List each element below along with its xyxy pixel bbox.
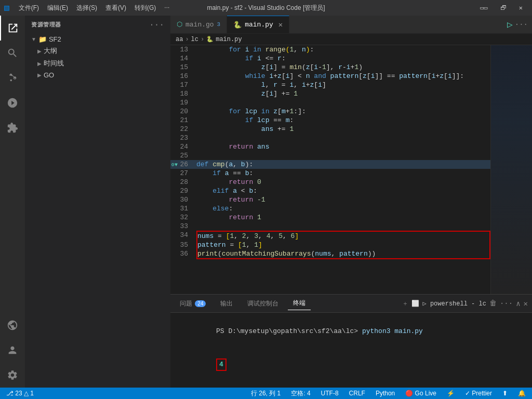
table-row: 36 print(countMatchingSubarrays(nums, pa…	[170, 249, 490, 259]
terminal-more-button[interactable]: ···	[500, 299, 513, 308]
breadcrumb-lc[interactable]: lc	[191, 36, 198, 43]
line-content[interactable]: for lcp in z[m+1:]:	[196, 107, 490, 116]
status-encoding[interactable]: UTF-8	[319, 390, 341, 397]
line-content[interactable]: return 1	[196, 213, 490, 222]
line-number: ⚙▼ 26	[170, 160, 196, 169]
menu-edit[interactable]: 编辑(E)	[44, 3, 71, 14]
line-content[interactable]: if lcp == m:	[196, 116, 490, 125]
line-content[interactable]: def cmp(a, b):	[196, 160, 490, 169]
terminal-command: python3 main.py	[362, 327, 423, 335]
line-content[interactable]: z[i] = min(z[i-1], r-i+1)	[196, 63, 490, 72]
line-number: 35	[170, 241, 196, 249]
activity-extensions-icon[interactable]	[0, 115, 25, 140]
menu-goto[interactable]: 转到(G)	[131, 3, 159, 14]
line-content[interactable]: pattern = [1, 1]	[196, 241, 490, 249]
activity-debug-icon[interactable]	[0, 90, 25, 115]
breadcrumb-sep-1: ›	[185, 36, 189, 43]
line-content[interactable]: elif a < b:	[196, 187, 490, 195]
line-content[interactable]	[196, 151, 490, 160]
sidebar-item-go[interactable]: ▶ GO	[25, 70, 170, 81]
menu-file[interactable]: 文件(F)	[16, 3, 42, 14]
code-scroll[interactable]: 13 for i in range(1, n): 14 if i <= r: 1…	[170, 45, 490, 294]
sidebar-item-timeline[interactable]: ▶ 时间线	[25, 57, 170, 70]
line-content[interactable]	[196, 134, 490, 142]
line-content[interactable]: while i+z[i] < n and pattern[z[i]] == pa…	[196, 72, 490, 81]
terminal-tab-terminal[interactable]: 终端	[288, 297, 311, 310]
line-content[interactable]: ans += 1	[196, 125, 490, 134]
window-title: main.py - sf2 - Visual Studio Code [管理员]	[207, 4, 325, 12]
line-content[interactable]: print(countMatchingSubarrays(nums, patte…	[196, 249, 490, 259]
table-row: 19	[170, 98, 490, 107]
table-row: 23	[170, 134, 490, 142]
activity-bar	[0, 16, 25, 388]
window-restore-button[interactable]: 🗗	[495, 2, 512, 14]
table-row: 24 return ans	[170, 142, 490, 151]
line-content[interactable]	[196, 98, 490, 107]
status-go-live[interactable]: 🔴 Go Live	[403, 390, 438, 397]
activity-remote-icon[interactable]	[0, 313, 25, 338]
status-bar: ⎇ 23 △ 1 行 26, 列 1 空格: 4 UTF-8 CRLF Pyth…	[0, 388, 532, 399]
terminal-shell-selector[interactable]: ▷ powershell - lc	[422, 300, 486, 308]
tab-main-go[interactable]: ⬡ main.go 3	[170, 16, 227, 33]
status-cursor-position[interactable]: 行 26, 列 1	[249, 389, 283, 398]
status-notifications[interactable]: 🔔	[516, 390, 528, 397]
line-content[interactable]: z[i] += 1	[196, 89, 490, 98]
breadcrumb-aa[interactable]: aa	[176, 36, 183, 43]
activity-account-icon[interactable]	[0, 338, 25, 363]
terminal-split-button[interactable]: ⬜	[411, 300, 419, 308]
window-close-button[interactable]: ✕	[514, 2, 528, 14]
more-tabs-icon[interactable]: ···	[515, 20, 528, 29]
line-content[interactable]: for i in range(1, n):	[196, 45, 490, 54]
line-content[interactable]: if i <= r:	[196, 54, 490, 63]
line-number: 36	[170, 249, 196, 259]
line-content[interactable]: l, r = i, i+z[i]	[196, 81, 490, 89]
terminal-tab-debug[interactable]: 调试控制台	[242, 297, 284, 310]
tab-label: main.go	[185, 21, 214, 29]
menu-select[interactable]: 选择(S)	[73, 3, 100, 14]
terminal-add-button[interactable]: ＋	[402, 299, 408, 308]
breadcrumb-file[interactable]: main.py	[216, 36, 242, 43]
line-content[interactable]	[196, 222, 490, 231]
terminal-maximize-button[interactable]: ∧	[516, 299, 520, 308]
main-layout: 资源管理器 ··· ▼ 📁 SF2 ▶ 大纲 ▶ 时间线 ▶ GO	[0, 16, 532, 388]
activity-explorer-icon[interactable]	[0, 16, 25, 41]
terminal-tab-output[interactable]: 输出	[215, 297, 238, 310]
status-sync[interactable]: ⬆	[500, 390, 510, 397]
sidebar-more-actions[interactable]: ···	[149, 20, 164, 30]
status-line-ending[interactable]: CRLF	[347, 390, 367, 397]
tab-more-button[interactable]: ▷ ···	[503, 16, 532, 33]
menu-view[interactable]: 查看(V)	[102, 3, 129, 14]
activity-settings-icon[interactable]	[0, 363, 25, 388]
run-icon[interactable]: ▷	[507, 19, 513, 30]
expand-arrow-icon: ▶	[37, 72, 42, 78]
sidebar-item-outline[interactable]: ▶ 大纲	[25, 45, 170, 57]
terminal-tab-problems[interactable]: 问题 24	[175, 297, 211, 310]
sidebar-item-sf2[interactable]: ▼ 📁 SF2	[25, 34, 170, 45]
status-language[interactable]: Python	[374, 390, 397, 397]
status-spaces[interactable]: 空格: 4	[289, 389, 312, 398]
editor-area: ⬡ main.go 3 🐍 main.py ✕ ▷ ··· aa › lc › …	[170, 16, 532, 388]
line-content[interactable]: else:	[196, 204, 490, 213]
status-git-branch[interactable]: ⎇ 23 △ 1	[4, 390, 36, 397]
line-number: 33	[170, 222, 196, 231]
titlebar: ▧ 文件(F) 编辑(E) 选择(S) 查看(V) 转到(G) ··· main…	[0, 0, 532, 16]
line-content[interactable]: return 0	[196, 178, 490, 187]
menu-more[interactable]: ···	[161, 3, 172, 14]
status-prettier[interactable]: ✓ Prettier	[463, 390, 494, 397]
activity-source-control-icon[interactable]	[0, 65, 25, 90]
tab-close-button[interactable]: ✕	[278, 20, 283, 29]
terminal-close-button[interactable]: ✕	[524, 299, 528, 308]
window-layout-button[interactable]: ▭▭	[475, 2, 493, 14]
line-content[interactable]: nums = [1, 2, 3, 4, 5, 6]	[196, 231, 490, 241]
table-row: 20 for lcp in z[m+1:]:	[170, 107, 490, 116]
status-remote-icon[interactable]: ⚡	[445, 390, 457, 397]
line-content[interactable]: return -1	[196, 195, 490, 204]
line-content[interactable]: return ans	[196, 142, 490, 151]
minimap[interactable]	[490, 45, 532, 294]
activity-search-icon[interactable]	[0, 41, 25, 65]
table-row: 22 ans += 1	[170, 125, 490, 134]
tab-main-py[interactable]: 🐍 main.py ✕	[227, 16, 289, 33]
terminal-kill-button[interactable]: 🗑	[489, 299, 497, 308]
line-content[interactable]: if a == b:	[196, 169, 490, 178]
terminal-body[interactable]: PS D:\mysetup\gopath\src\sf2\aa\lc> pyth…	[170, 313, 532, 388]
